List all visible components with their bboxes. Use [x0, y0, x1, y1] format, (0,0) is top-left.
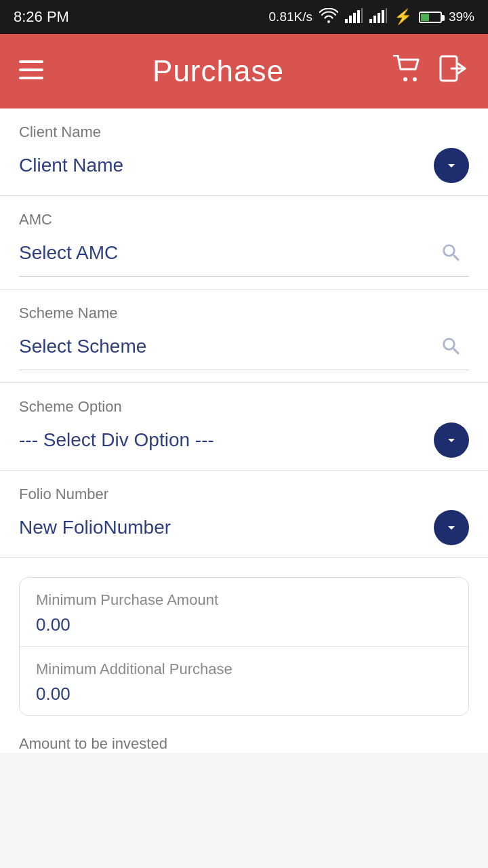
scheme-name-field: Scheme Name Select Scheme: [0, 290, 488, 383]
status-bar: 8:26 PM 0.81K/s: [0, 0, 488, 34]
min-purchase-label: Minimum Purchase Amount: [36, 591, 452, 609]
svg-rect-6: [373, 16, 376, 23]
status-left: 8:26 PM: [14, 8, 69, 26]
folio-number-label: Folio Number: [19, 486, 469, 503]
svg-point-13: [403, 77, 407, 81]
amc-row: Select AMC: [19, 235, 469, 277]
battery-percent: 39%: [449, 9, 474, 24]
svg-rect-0: [345, 19, 348, 23]
scheme-option-field: Scheme Option --- Select Div Option ---: [0, 383, 488, 471]
scheme-option-label: Scheme Option: [19, 398, 469, 416]
svg-rect-4: [361, 8, 363, 23]
amount-label: Amount to be invested: [19, 735, 469, 753]
client-name-row: Client Name: [19, 148, 469, 183]
network-speed: 0.81K/s: [269, 9, 312, 24]
svg-rect-3: [357, 10, 360, 23]
signal-icon-2: [369, 8, 387, 26]
svg-rect-5: [369, 19, 372, 23]
amc-search-icon[interactable]: [434, 235, 469, 271]
min-additional-value: 0.00: [36, 684, 452, 705]
scheme-name-label: Scheme Name: [19, 304, 469, 322]
folio-number-field: Folio Number New FolioNumber: [0, 471, 488, 558]
folio-number-value: New FolioNumber: [19, 517, 171, 538]
nav-icons: [393, 55, 469, 88]
min-purchase-value: 0.00: [36, 614, 452, 635]
min-purchase-row: Minimum Purchase Amount 0.00: [20, 578, 468, 647]
svg-rect-9: [386, 8, 387, 23]
folio-number-dropdown[interactable]: [434, 510, 469, 545]
amc-field: AMC Select AMC: [0, 196, 488, 290]
scheme-option-dropdown[interactable]: [434, 422, 469, 458]
svg-rect-11: [19, 68, 43, 71]
client-name-label: Client Name: [19, 123, 469, 141]
cart-icon[interactable]: [393, 55, 423, 88]
charging-icon: ⚡: [394, 8, 412, 26]
svg-rect-2: [353, 13, 356, 23]
menu-icon[interactable]: [19, 57, 43, 85]
page-title: Purchase: [152, 54, 284, 88]
svg-point-14: [413, 77, 417, 81]
form-content: Client Name Client Name AMC Select AMC S…: [0, 108, 488, 753]
min-additional-row: Minimum Additional Purchase 0.00: [20, 647, 468, 715]
svg-rect-10: [19, 60, 43, 63]
client-name-value: Client Name: [19, 155, 123, 176]
client-name-dropdown[interactable]: [434, 148, 469, 183]
wifi-icon: [319, 8, 338, 26]
time-display: 8:26 PM: [14, 8, 69, 26]
scheme-name-placeholder[interactable]: Select Scheme: [19, 336, 146, 357]
svg-rect-12: [19, 77, 43, 79]
info-card: Minimum Purchase Amount 0.00 Minimum Add…: [19, 577, 469, 716]
amc-label: AMC: [19, 211, 469, 229]
battery-indicator: [419, 12, 442, 23]
status-right: 0.81K/s: [269, 8, 474, 26]
svg-rect-1: [349, 16, 352, 23]
scheme-option-value: --- Select Div Option ---: [19, 429, 214, 451]
signal-icon-1: [345, 8, 363, 26]
svg-rect-8: [382, 10, 384, 23]
scheme-option-row: --- Select Div Option ---: [19, 422, 469, 458]
amount-section: Amount to be invested: [0, 716, 488, 753]
folio-number-row: New FolioNumber: [19, 510, 469, 545]
scheme-name-row: Select Scheme: [19, 329, 469, 370]
svg-rect-7: [378, 13, 380, 23]
client-name-field: Client Name Client Name: [0, 108, 488, 196]
min-additional-label: Minimum Additional Purchase: [36, 660, 452, 678]
amc-placeholder[interactable]: Select AMC: [19, 242, 118, 264]
logout-icon[interactable]: [439, 55, 469, 88]
nav-bar: Purchase: [0, 34, 488, 108]
scheme-search-icon[interactable]: [434, 329, 469, 364]
